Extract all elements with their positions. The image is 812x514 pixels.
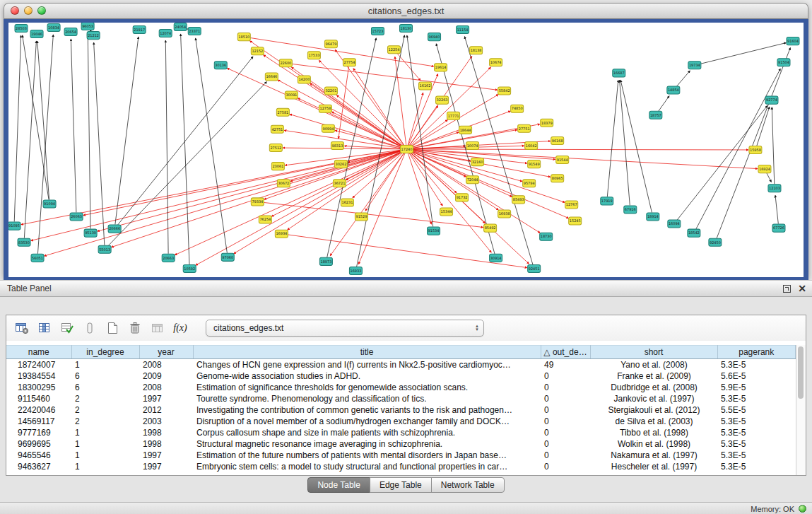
graph-node[interactable]: 18914: [647, 213, 659, 221]
graph-node[interactable]: 18379: [541, 119, 553, 127]
graph-node[interactable]: 42751: [271, 125, 283, 133]
graph-node[interactable]: 17919: [601, 197, 613, 205]
table-row[interactable]: 911546021997Tourette syndrome. Phenomeno…: [6, 393, 796, 404]
graph-node[interactable]: 32160: [471, 158, 484, 166]
graph-node[interactable]: 30914: [490, 254, 502, 262]
graph-node[interactable]: 91504: [777, 59, 790, 66]
graph-node[interactable]: 92774: [765, 96, 778, 104]
graph-node[interactable]: 27581: [276, 108, 289, 116]
graph-node[interactable]: 24054: [174, 23, 187, 31]
graph-node[interactable]: 67726: [772, 224, 785, 232]
table-row[interactable]: 2242004622012Investigating the contribut…: [6, 404, 796, 416]
delete-columns-icon[interactable]: [125, 319, 145, 337]
graph-node[interactable]: 91549: [528, 160, 541, 168]
network-graph[interactable]: 2850319046108342065496053212122191712074…: [8, 23, 804, 277]
graph-node[interactable]: 16231: [341, 199, 353, 206]
tab-network-table[interactable]: Network Table: [431, 477, 505, 493]
column-header[interactable]: title: [193, 346, 541, 359]
graph-node[interactable]: 11154: [457, 26, 469, 34]
graph-node[interactable]: 30136: [214, 62, 227, 69]
new-column-icon[interactable]: [102, 319, 122, 337]
window-titlebar[interactable]: citations_edges.txt: [4, 3, 808, 19]
graph-node[interactable]: 21212: [87, 32, 100, 40]
graph-node[interactable]: 16687: [613, 69, 625, 77]
table-mode-icon[interactable]: [12, 319, 32, 337]
graph-node[interactable]: 92450: [709, 238, 722, 246]
table-row[interactable]: 977716911998Corpus callosum shape and si…: [6, 427, 796, 438]
table-row[interactable]: 1872400712008Changes of HCN gene express…: [6, 359, 796, 371]
graph-node[interactable]: 16094: [668, 220, 681, 228]
table-row[interactable]: 1830029562008Estimation of significance …: [6, 382, 796, 393]
row-selection-icon[interactable]: [57, 319, 77, 337]
graph-node[interactable]: 36721: [333, 180, 346, 187]
vertical-scrollbar[interactable]: [796, 345, 806, 475]
graph-node[interactable]: 91529: [355, 213, 367, 221]
graph-node[interactable]: 79334: [251, 198, 264, 206]
column-header[interactable]: year: [139, 346, 193, 359]
network-file-select[interactable]: citations_edges.txt ▲▼: [206, 320, 484, 337]
graph-node[interactable]: 10592: [183, 264, 196, 272]
graph-node[interactable]: 19046: [30, 30, 43, 38]
scrollbar-thumb[interactable]: [798, 346, 804, 399]
graph-node[interactable]: 20654: [64, 28, 77, 36]
graph-node[interactable]: 16933: [349, 267, 362, 274]
table-row[interactable]: 969969511998Structural magnetic resonanc…: [6, 438, 796, 450]
graph-node[interactable]: 27754: [343, 59, 355, 66]
graph-node[interactable]: 26063: [70, 213, 83, 221]
graph-node[interactable]: 27512: [269, 144, 282, 151]
graph-node[interactable]: 20666: [108, 225, 121, 233]
graph-node[interactable]: 32263: [436, 96, 449, 104]
graph-node[interactable]: 16162: [419, 82, 432, 90]
graph-node[interactable]: 55013: [98, 245, 111, 253]
graph-node[interactable]: 96940: [428, 33, 441, 41]
graph-node[interactable]: 72044: [466, 176, 479, 184]
graph-node[interactable]: 97060: [221, 253, 234, 261]
graph-node[interactable]: 95794: [523, 180, 536, 187]
graph-node[interactable]: 16934: [275, 230, 288, 238]
graph-node[interactable]: 23371: [188, 28, 201, 35]
table-row[interactable]: 1456911722003Disruption of a novel membe…: [6, 416, 796, 427]
graph-node[interactable]: 12074: [159, 30, 172, 37]
graph-node[interactable]: 96479: [324, 40, 337, 48]
graph-node[interactable]: 12254: [387, 46, 400, 54]
table-row[interactable]: 1938455462009Genome-wide association stu…: [6, 370, 796, 382]
graph-node[interactable]: 95139: [84, 229, 97, 237]
graph-node[interactable]: 19734: [688, 62, 701, 69]
graph-node[interactable]: 96053: [81, 23, 94, 30]
graph-node[interactable]: 22600: [279, 59, 292, 67]
graph-node[interactable]: 67916: [624, 206, 637, 214]
graph-node[interactable]: 23061: [271, 163, 284, 170]
graph-node[interactable]: 56051: [31, 254, 44, 262]
graph-node[interactable]: 91094: [43, 200, 56, 208]
graph-node[interactable]: 98313: [331, 141, 343, 149]
graph-node[interactable]: 18730: [540, 233, 553, 240]
column-header[interactable]: name: [6, 346, 71, 359]
graph-node[interactable]: 74850: [511, 105, 524, 112]
graph-node[interactable]: 91732: [456, 194, 469, 201]
graph-node[interactable]: 10674: [490, 59, 502, 66]
graph-node[interactable]: 18542: [688, 229, 700, 237]
graph-node[interactable]: 91544: [556, 156, 569, 164]
graph-node[interactable]: 15958: [749, 146, 762, 153]
column-header[interactable]: short: [590, 346, 717, 359]
graph-node[interactable]: 17533: [307, 52, 320, 59]
graph-node[interactable]: 16646: [265, 73, 278, 81]
float-panel-icon[interactable]: [783, 285, 791, 293]
graph-node[interactable]: 15723: [371, 28, 384, 35]
graph-node[interactable]: 12152: [251, 47, 264, 55]
graph-node[interactable]: 92451: [528, 264, 541, 272]
graph-node[interactable]: 17771: [447, 112, 460, 119]
graph-node[interactable]: 28503: [15, 25, 28, 33]
graph-node[interactable]: 19614: [435, 64, 447, 71]
graph-node[interactable]: 18138: [470, 47, 483, 54]
graph-node[interactable]: 14200: [298, 76, 310, 83]
column-header[interactable]: △ out_de…: [541, 346, 590, 359]
graph-node[interactable]: 18757: [649, 111, 662, 119]
graph-node[interactable]: 18130: [399, 25, 412, 33]
graph-node[interactable]: 91095: [8, 222, 20, 230]
graph-node[interactable]: 20663: [162, 254, 175, 262]
column-header[interactable]: in_degree: [71, 346, 139, 359]
graph-node[interactable]: 30672: [277, 180, 290, 187]
table-row[interactable]: 946362711997Embryonic stem cells: a mode…: [6, 461, 796, 472]
close-panel-icon[interactable]: ✕: [798, 284, 806, 293]
